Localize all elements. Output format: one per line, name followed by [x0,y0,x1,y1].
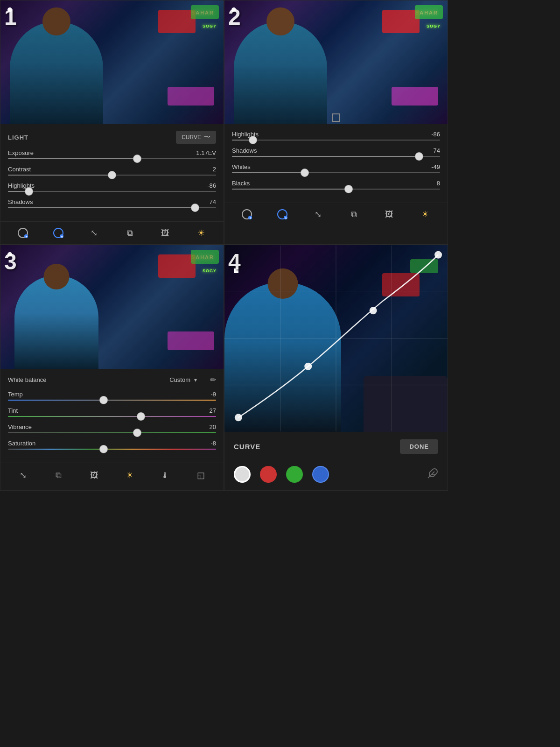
tool-light-1[interactable]: ☀ [194,226,209,240]
done-button[interactable]: DONE [400,439,438,454]
panel-3: SAHAR SOGY 3 White balance Custom ▾ ✏ [0,245,224,491]
tool-light-2[interactable]: ☀ [418,207,433,222]
tool-select-1[interactable]: ★ [15,226,30,240]
panel-3-controls: White balance Custom ▾ ✏ Temp -9 Tin [0,369,224,463]
panel-2: SAHAR SOGY 2 Highlights -86 [224,0,448,245]
shadows-slider-1: Shadows 74 [8,198,216,208]
panel-number-3: 3 [4,249,17,275]
svg-point-8 [370,307,377,314]
svg-point-7 [304,363,312,370]
curve-footer: CURVE DONE [224,432,448,461]
blacks-slider: Blacks 8 [232,180,440,190]
photo-3: SAHAR SOGY 3 [0,245,224,369]
tint-slider: Tint 27 [8,407,216,417]
light-label: LIGHT [8,134,28,141]
curve-footer-label: CURVE [234,443,260,451]
curve-editor: 4 [224,245,448,432]
tool-crop-3[interactable]: ⤡ [15,468,30,483]
channel-selector [224,461,448,490]
tool-light-3[interactable]: ☀ [122,468,137,483]
highlights-slider-2: Highlights -86 [232,131,440,141]
panel-1-controls: LIGHT CURVE 〜 Exposure 1.17EV Contr [0,124,224,221]
tool-crop-1[interactable]: ⤡ [87,226,102,240]
curve-grid-svg [224,245,448,432]
tool-edit-3[interactable]: ◱ [194,468,209,483]
highlights-slider-1: Highlights -86 [8,182,216,192]
tool-brush-2[interactable]: ★ [275,207,290,222]
tool-photo-2[interactable]: 🖼 [382,207,397,222]
svg-point-6 [235,414,242,421]
panel-number-4: 4 [228,249,241,275]
exposure-slider: Exposure 1.17EV [8,149,216,159]
panel-4: 4 CURVE DONE [224,245,448,491]
tool-select-2[interactable]: ★ [239,207,254,222]
white-balance-value: Custom [169,376,190,383]
panel-1: SAHAR SOGY 1 LIGHT CURVE 〜 [0,0,224,245]
channel-white[interactable] [234,466,251,483]
vibrance-slider: Vibrance 20 [8,423,216,433]
feather-icon[interactable] [427,468,438,481]
panel-2-controls: Highlights -86 Shadows 74 [224,124,448,203]
temp-slider: Temp -9 [8,391,216,401]
curve-button-1[interactable]: CURVE 〜 [176,131,216,144]
whites-slider: Whites -49 [232,163,440,173]
white-balance-label: White balance [8,376,46,383]
panel-number-1: 1 [4,4,17,30]
photo-2: SAHAR SOGY 2 [224,0,448,124]
shadows-slider-2: Shadows 74 [232,147,440,157]
tool-copy-3[interactable]: ⧉ [51,468,66,483]
curve-photo-bg: 4 [224,245,448,432]
contrast-slider: Contrast 2 [8,166,216,176]
photo-1: SAHAR SOGY 1 [0,0,224,124]
svg-point-9 [434,251,442,259]
tool-copy-2[interactable]: ⧉ [346,207,361,222]
channel-green[interactable] [286,466,303,483]
tool-temp-3[interactable]: 🌡 [158,468,173,483]
toolbar-2: ★ ★ ⤡ ⧉ 🖼 ☀ [224,203,448,226]
channel-blue[interactable] [312,466,329,483]
tool-copy-1[interactable]: ⧉ [122,226,137,240]
channel-red[interactable] [260,466,277,483]
tool-crop-2[interactable]: ⤡ [311,207,326,222]
tool-photo-1[interactable]: 🖼 [158,226,173,240]
tool-brush-1[interactable]: ★ [51,226,66,240]
toolbar-1: ★ ★ ⤡ ⧉ 🖼 ☀ [0,221,224,244]
saturation-slider: Saturation -8 [8,440,216,450]
panel-number-2: 2 [228,4,241,30]
tool-photo-3[interactable]: 🖼 [87,468,102,483]
toolbar-3: ⤡ ⧉ 🖼 ☀ 🌡 ◱ [0,463,224,487]
